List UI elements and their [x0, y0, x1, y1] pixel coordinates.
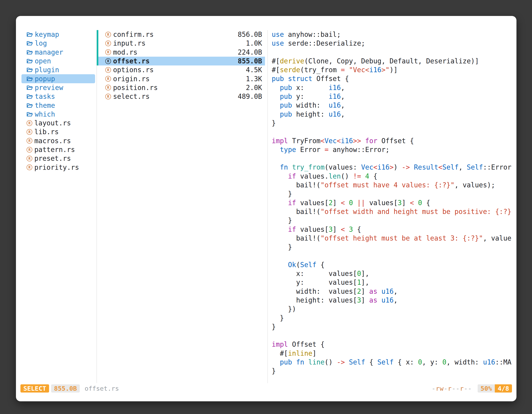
sidebar-folder-keymap[interactable]: keymap [21, 30, 95, 39]
rust-file-icon: R [27, 164, 32, 170]
sidebar-folder-tasks[interactable]: tasks [21, 92, 95, 101]
rust-file-icon: R [105, 49, 111, 55]
sidebar-folder-which[interactable]: which [21, 110, 95, 119]
scroll-percent-badge: 50% [478, 384, 495, 393]
sidebar-file-preset-rs[interactable]: Rpreset.rs [21, 154, 95, 163]
file-row-mod-rs[interactable]: Rmod.rs224.0B [97, 48, 265, 57]
file-preview-pane[interactable]: use anyhow::bail;use serde::Deserialize;… [272, 30, 516, 380]
rust-file-icon: R [105, 58, 111, 64]
file-name: origin.rs [113, 75, 246, 83]
rust-file-icon: R [105, 67, 111, 73]
rust-file-icon: R [27, 138, 32, 144]
entry-label: priority.rs [34, 164, 79, 171]
code-line: impl TryFrom<Vec<i16>> for Offset { [272, 136, 516, 145]
code-line: #[inline] [272, 349, 516, 358]
file-size: 1.3K [246, 75, 262, 83]
rust-file-icon: R [105, 94, 111, 99]
code-line: pub height: u16, [272, 110, 516, 119]
code-line [272, 251, 516, 260]
rust-file-icon: R [27, 156, 32, 161]
file-manager-window: keymaplogmanageropenpluginpopuppreviewta… [16, 16, 516, 401]
rust-file-icon: R [27, 120, 32, 126]
pane-divider-right [267, 30, 268, 383]
code-line [272, 127, 516, 136]
code-line: pub struct Offset { [272, 74, 516, 83]
code-line: height: values[3] as u16, [272, 296, 516, 305]
code-line: use serde::Deserialize; [272, 39, 516, 48]
sidebar-file-macros-rs[interactable]: Rmacros.rs [21, 136, 95, 145]
file-row-origin-rs[interactable]: Rorigin.rs1.3K [97, 74, 265, 83]
entry-label: layout.rs [34, 119, 71, 127]
sidebar-file-pattern-rs[interactable]: Rpattern.rs [21, 145, 95, 154]
sidebar-folder-plugin[interactable]: plugin [21, 66, 95, 74]
code-line [272, 331, 516, 340]
code-line: } [272, 314, 516, 322]
sidebar-folder-theme[interactable]: theme [21, 101, 95, 110]
open-folder-icon [27, 85, 33, 90]
code-line: bail!("offset width and height must be p… [272, 207, 516, 216]
sidebar-folder-popup[interactable]: popup [21, 74, 95, 83]
entry-label: open [35, 57, 51, 65]
code-line: } [272, 243, 516, 251]
code-line: fn try_from(values: Vec<i16>) -> Result<… [272, 163, 516, 172]
open-folder-icon [27, 58, 33, 64]
sidebar-folder-log[interactable]: log [21, 39, 95, 48]
sidebar-folder-manager[interactable]: manager [21, 48, 95, 57]
rust-file-icon: R [105, 32, 111, 38]
file-row-options-rs[interactable]: Roptions.rs4.5K [97, 66, 265, 74]
code-line: pub x: i16, [272, 83, 516, 92]
file-row-offset-rs[interactable]: Roffset.rs855.0B [97, 57, 265, 66]
parent-directory-pane: keymaplogmanageropenpluginpopuppreviewta… [21, 30, 95, 172]
rust-file-icon: R [105, 85, 111, 90]
code-line: } [272, 119, 516, 127]
open-folder-icon [27, 94, 33, 99]
file-row-confirm-rs[interactable]: Rconfirm.rs856.0B [97, 30, 265, 39]
file-size: 856.0B [238, 30, 262, 39]
entry-label: pattern.rs [34, 146, 75, 154]
entry-label: popup [35, 75, 55, 83]
current-directory-pane: Rconfirm.rs856.0BRinput.rs1.0KRmod.rs224… [97, 30, 265, 101]
code-line: if values.len() != 4 { [272, 172, 516, 181]
code-line: } [272, 366, 516, 375]
cursor-position-badge: 4/8 [495, 384, 512, 393]
sidebar-folder-open[interactable]: open [21, 57, 95, 66]
file-row-select-rs[interactable]: Rselect.rs489.0B [97, 92, 265, 101]
code-line: #[derive(Clone, Copy, Debug, Default, De… [272, 57, 516, 66]
entry-label: preview [35, 84, 63, 92]
status-filename: offset.rs [85, 385, 119, 392]
entry-label: macros.rs [34, 137, 71, 145]
rust-file-icon: R [27, 129, 32, 135]
sidebar-file-lib-rs[interactable]: Rlib.rs [21, 127, 95, 136]
sidebar-file-layout-rs[interactable]: Rlayout.rs [21, 119, 95, 127]
code-line: Ok(Self { [272, 260, 516, 269]
code-line: width: values[2] as u16, [272, 287, 516, 296]
file-size: 855.0B [238, 57, 262, 65]
code-line: if values[2] < 0 || values[3] < 0 { [272, 198, 516, 207]
entry-label: preset.rs [34, 154, 71, 163]
rust-file-icon: R [105, 76, 111, 82]
status-bar: SELECT 855.0B offset.rs -rw-r--r-- 50% 4… [20, 384, 512, 393]
entry-label: which [35, 110, 55, 118]
open-folder-icon [27, 67, 33, 72]
open-folder-icon [27, 103, 33, 108]
rust-file-icon: R [27, 147, 32, 153]
code-line: pub fn line() -> Self { Self { x: 0, y: … [272, 358, 516, 366]
sidebar-file-priority-rs[interactable]: Rpriority.rs [21, 163, 95, 172]
entry-label: theme [35, 101, 55, 109]
sidebar-folder-preview[interactable]: preview [21, 83, 95, 92]
entry-label: plugin [35, 66, 59, 74]
entry-label: tasks [35, 92, 55, 100]
code-line [272, 154, 516, 163]
file-size: 224.0B [238, 48, 262, 56]
file-size-badge: 855.0B [51, 384, 80, 393]
file-row-position-rs[interactable]: Rposition.rs2.0K [97, 83, 265, 92]
code-line: bail!("offset must have 4 values: {:?}",… [272, 181, 516, 189]
code-line: if values[3] < 3 { [272, 225, 516, 234]
file-name: options.rs [113, 66, 246, 74]
file-name: input.rs [113, 39, 246, 47]
code-line: bail!("offset height must be at least 3:… [272, 234, 516, 243]
mode-badge: SELECT [20, 384, 49, 393]
file-row-input-rs[interactable]: Rinput.rs1.0K [97, 39, 265, 48]
file-name: select.rs [113, 92, 238, 100]
file-size: 489.0B [238, 92, 262, 100]
